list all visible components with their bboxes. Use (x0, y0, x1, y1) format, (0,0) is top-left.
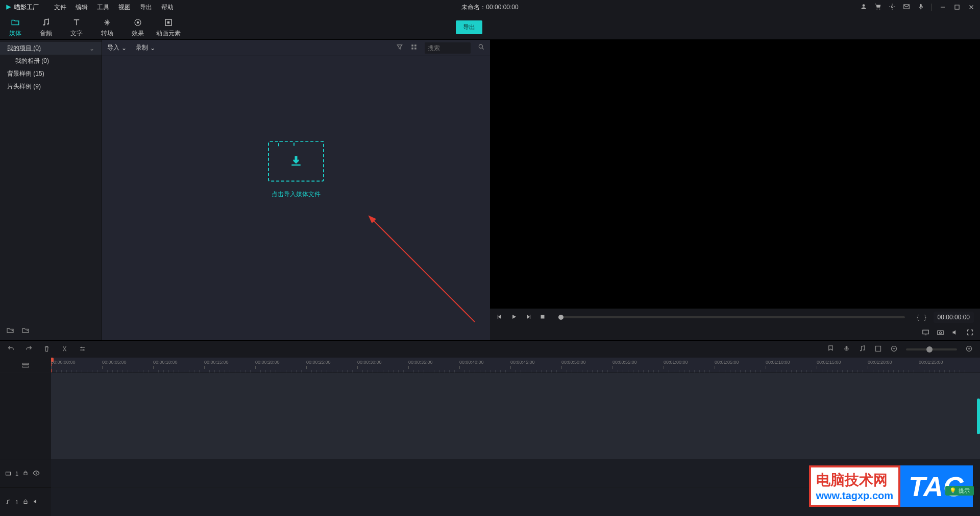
video-track-head[interactable]: 1 (0, 459, 51, 487)
bracket-icon[interactable]: { } (917, 314, 926, 321)
voiceover-icon[interactable] (843, 345, 850, 354)
svg-point-28 (81, 346, 82, 348)
svg-point-40 (36, 472, 37, 473)
svg-rect-30 (846, 345, 848, 349)
time-ruler[interactable]: 00:00:00:0000:00:05:0000:00:10:0000:00:1… (51, 358, 980, 372)
fullscreen-icon[interactable] (966, 329, 974, 338)
tab-text[interactable]: 文字 (61, 16, 92, 38)
marker-icon[interactable] (827, 345, 835, 354)
svg-rect-18 (414, 48, 416, 50)
svg-rect-25 (923, 330, 928, 334)
eye-icon[interactable] (33, 470, 40, 478)
user-icon[interactable] (860, 3, 867, 12)
export-button[interactable]: 导出 (456, 20, 482, 34)
svg-point-4 (891, 6, 893, 8)
snapshot-icon[interactable] (937, 329, 944, 338)
volume-icon[interactable] (951, 329, 959, 338)
app-name: 喵影工厂 (14, 3, 39, 12)
redo-button[interactable] (25, 345, 33, 354)
video-preview (490, 40, 980, 309)
svg-rect-37 (22, 366, 29, 367)
svg-rect-15 (411, 44, 413, 46)
menu-file[interactable]: 文件 (54, 3, 66, 12)
delete-folder-icon[interactable] (21, 326, 30, 336)
zoom-slider[interactable] (906, 348, 957, 350)
import-media-dropzone[interactable]: 点击导入媒体文件 (268, 141, 324, 199)
svg-rect-26 (938, 331, 943, 335)
link-icon[interactable] (889, 3, 896, 12)
svg-rect-24 (541, 315, 545, 318)
menu-view[interactable]: 视图 (118, 3, 131, 12)
prev-frame-button[interactable] (496, 313, 503, 322)
play-button[interactable] (510, 313, 518, 322)
split-button[interactable] (61, 345, 68, 354)
render-icon[interactable] (874, 345, 882, 354)
stop-button[interactable] (539, 313, 546, 322)
cart-icon[interactable] (874, 3, 881, 12)
app-logo: 喵影工厂 (5, 3, 39, 12)
sidebar-item-bg-samples[interactable]: 背景样例 (15) (0, 67, 102, 80)
title-bar: 喵影工厂 文件 编辑 工具 视图 导出 帮助 未命名：00:00:00:00 (0, 0, 980, 14)
search-icon[interactable] (478, 43, 485, 52)
tab-motion[interactable]: 动画元素 (153, 16, 184, 38)
svg-point-41 (7, 503, 8, 504)
menu-edit[interactable]: 编辑 (76, 3, 88, 12)
undo-button[interactable] (7, 345, 15, 354)
svg-rect-14 (167, 21, 170, 24)
delete-button[interactable] (43, 345, 51, 354)
svg-rect-22 (498, 314, 498, 318)
timeline-settings-icon[interactable] (0, 358, 51, 372)
mic-icon[interactable] (917, 3, 924, 12)
menu-export[interactable]: 导出 (140, 3, 152, 12)
svg-rect-17 (411, 48, 413, 50)
sidebar-item-my-projects[interactable]: 我的项目 (0)⌄ (0, 42, 102, 55)
sidebar-item-my-album[interactable]: 我的相册 (0) (0, 55, 102, 67)
speaker-icon[interactable] (33, 498, 39, 506)
menu-tool[interactable]: 工具 (97, 3, 109, 12)
maximize-button[interactable] (953, 4, 961, 11)
filter-icon[interactable] (396, 43, 403, 52)
grid-view-icon[interactable] (410, 43, 418, 52)
svg-rect-8 (955, 5, 959, 9)
tab-transition[interactable]: 转场 (92, 16, 122, 38)
record-dropdown[interactable]: 录制⌄ (136, 43, 155, 52)
adjust-button[interactable] (79, 345, 86, 354)
new-folder-icon[interactable] (6, 326, 14, 336)
close-button[interactable] (968, 4, 975, 11)
lock-icon[interactable] (22, 499, 29, 506)
next-frame-button[interactable] (525, 313, 532, 322)
svg-rect-23 (530, 314, 530, 318)
svg-rect-16 (414, 44, 416, 46)
playback-progress[interactable] (558, 316, 905, 318)
sidebar-item-intro-samples[interactable]: 片头样例 (9) (0, 80, 102, 93)
lock-icon[interactable] (22, 470, 29, 477)
chevron-down-icon: ⌄ (89, 45, 94, 52)
audio-track-head[interactable]: 1 (0, 487, 51, 516)
tab-audio[interactable]: 音频 (31, 16, 61, 38)
level-meter (977, 398, 980, 434)
preview-timecode: 00:00:00:00 (934, 312, 974, 323)
import-dropdown[interactable]: 导入⌄ (107, 43, 127, 52)
music-icon[interactable] (859, 345, 866, 354)
zoom-out-button[interactable] (890, 345, 898, 354)
menu-help[interactable]: 帮助 (161, 3, 174, 12)
svg-marker-20 (293, 161, 300, 164)
preview-panel: { } 00:00:00:00 (490, 40, 980, 340)
svg-rect-42 (24, 501, 27, 504)
tab-media[interactable]: 媒体 (0, 16, 31, 38)
svg-rect-33 (876, 346, 881, 351)
svg-rect-36 (22, 363, 29, 365)
svg-point-2 (876, 8, 877, 9)
hint-badge[interactable]: 💡提示 (945, 486, 974, 496)
media-panel: 导入⌄ 录制⌄ 点击导入媒体文件 (102, 40, 490, 340)
svg-point-1 (863, 4, 865, 7)
chevron-down-icon: ⌄ (121, 44, 127, 52)
search-input[interactable] (425, 42, 471, 54)
minimize-button[interactable] (939, 4, 946, 11)
screenshot-display-icon[interactable] (922, 329, 929, 338)
tab-effects[interactable]: 效果 (122, 16, 153, 38)
zoom-in-button[interactable] (965, 345, 973, 354)
svg-point-3 (879, 8, 880, 9)
mail-icon[interactable] (903, 3, 910, 12)
tool-tabs: 媒体 音频 文字 转场 效果 动画元素 导出 (0, 14, 980, 40)
